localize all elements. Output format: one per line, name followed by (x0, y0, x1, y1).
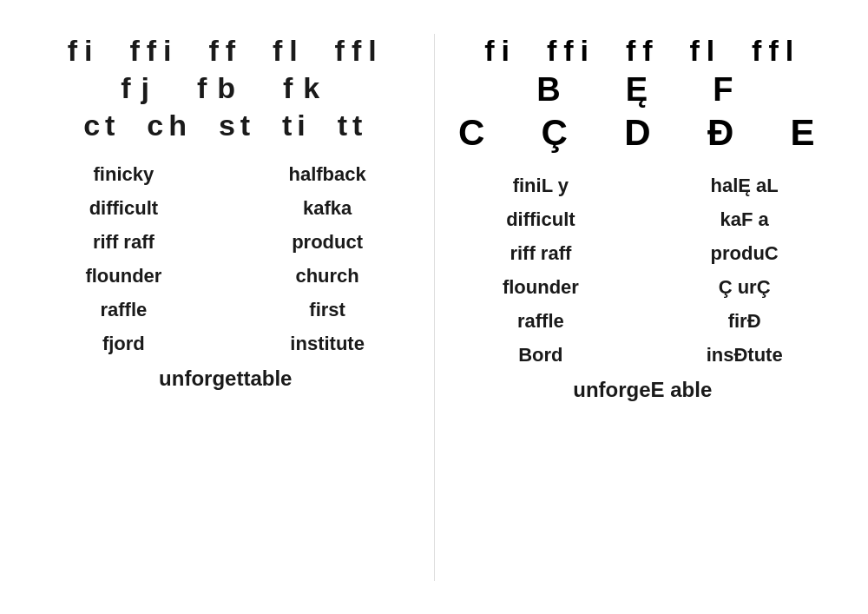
word-riff-raff-l: riff raff (26, 228, 221, 256)
right-column: fi ffi ff fl ffl B Ę F C Ç D Đ E finiL y… (435, 17, 852, 598)
word-halE-aL: halĘ aL (647, 171, 842, 200)
word-unforgettable: unforgettable (26, 366, 425, 391)
right-header-row-2: B Ę F (536, 71, 748, 109)
right-header-row-3: C Ç D Đ E (458, 112, 827, 154)
word-church: church (230, 261, 425, 290)
word-insDtute: insĐtute (647, 340, 842, 369)
word-raffle-l: raffle (26, 295, 221, 324)
right-words-grid: finiL y halĘ aL difficult kaF a riff raf… (444, 171, 843, 369)
word-finicky: finicky (26, 160, 221, 188)
word-C-urC: Ç urÇ (647, 273, 842, 301)
word-institute: institute (230, 329, 425, 358)
word-flounder-r: flounder (444, 273, 639, 301)
word-unforgeE-able: unforgeE able (444, 378, 843, 402)
left-header-row-2: fj fb fk (121, 71, 330, 105)
word-riff-raff-r: riff raff (444, 239, 639, 267)
right-header-row-1: fi ffi ff fl ffl (484, 34, 800, 68)
word-kafka: kafka (230, 194, 425, 222)
left-header-row-1: fi ffi ff fl ffl (68, 34, 384, 68)
main-container: fi ffi ff fl ffl fj fb fk ct ch st ti tt… (17, 17, 851, 598)
word-raffle-r: raffle (444, 307, 639, 335)
word-halfback: halfback (230, 160, 425, 188)
left-words-grid: finicky halfback difficult kafka riff ra… (26, 160, 425, 358)
word-difficult-r: difficult (444, 205, 639, 234)
word-difficult-l: difficult (26, 194, 221, 222)
word-produC: produC (647, 239, 842, 267)
left-header-row-3: ct ch st ti tt (83, 109, 367, 142)
word-first: first (230, 295, 425, 324)
word-finiL-y: finiL y (444, 171, 639, 200)
word-Bord: Bord (444, 340, 639, 369)
word-kaF-a: kaF a (647, 205, 842, 234)
word-product: product (230, 228, 425, 256)
word-fjord: fjord (26, 329, 221, 358)
left-column: fi ffi ff fl ffl fj fb fk ct ch st ti tt… (17, 17, 434, 598)
word-flounder-l: flounder (26, 261, 221, 290)
word-firD: firĐ (647, 307, 842, 335)
